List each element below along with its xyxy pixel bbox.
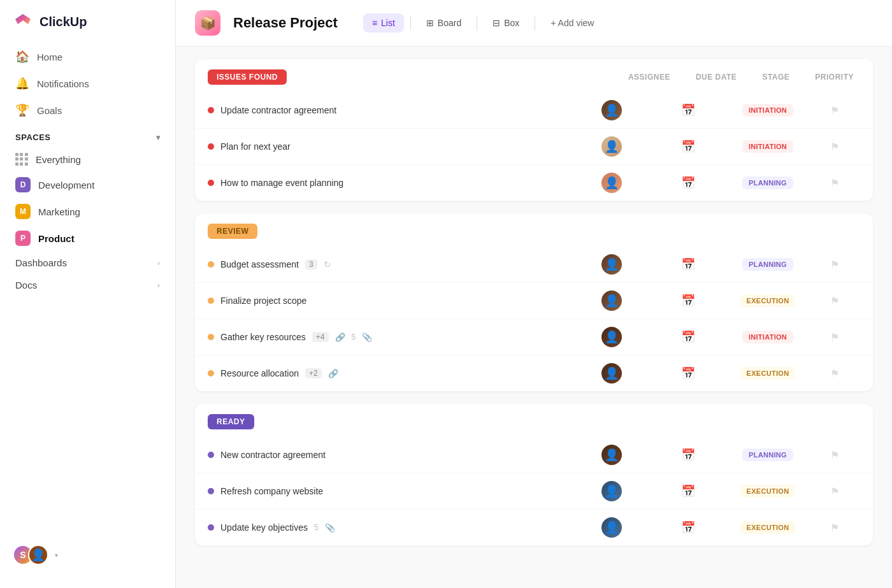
task-name: New contractor agreement <box>208 450 573 460</box>
add-view-button[interactable]: + Add view <box>542 13 603 32</box>
marketing-badge: M <box>15 204 31 219</box>
attachment-icon: 📎 <box>325 523 335 533</box>
tab-list[interactable]: ≡ List <box>363 13 404 32</box>
task-name: Budget assessment 3 ↻ <box>208 259 573 269</box>
avatar: 👤 <box>601 445 622 465</box>
priority-cell[interactable]: ⚑ <box>809 522 860 534</box>
task-label: Update contractor agreement <box>220 105 336 115</box>
task-row[interactable]: Budget assessment 3 ↻ 👤 📅 PLANNING ⚑ <box>195 247 873 283</box>
task-row[interactable]: Refresh company website 👤 📅 EXECUTION ⚑ <box>195 473 873 510</box>
main-nav: 🏠 Home 🔔 Notifications 🏆 Goals <box>0 43 175 124</box>
docs-arrow-icon: › <box>157 281 160 290</box>
task-row[interactable]: Plan for next year 👤 📅 INITIATION ⚑ <box>195 129 873 165</box>
priority-cell[interactable]: ⚑ <box>809 449 860 461</box>
sidebar-item-home[interactable]: 🏠 Home <box>8 43 168 70</box>
priority-cell[interactable]: ⚑ <box>809 331 860 343</box>
task-row[interactable]: Update contractor agreement 👤 📅 INITIATI… <box>195 92 873 129</box>
app-name: ClickUp <box>40 15 87 29</box>
task-dot-yellow <box>208 334 214 340</box>
stage-cell: EXECUTION <box>726 521 809 534</box>
sidebar-item-notifications[interactable]: 🔔 Notifications <box>8 70 168 97</box>
due-date-cell[interactable]: 📅 <box>650 140 726 154</box>
priority-cell[interactable]: ⚑ <box>809 485 860 498</box>
sidebar-item-goals[interactable]: 🏆 Goals <box>8 97 168 124</box>
board-label: Board <box>438 18 461 28</box>
calendar-icon: 📅 <box>681 448 695 462</box>
issues-found-header: ISSUES FOUND ASSIGNEE DUE DATE STAGE PRI… <box>195 59 873 92</box>
task-dot-yellow <box>208 298 214 304</box>
sidebar-item-development[interactable]: D Development <box>0 171 175 198</box>
due-date-cell[interactable]: 📅 <box>650 176 726 190</box>
goals-label: Goals <box>37 105 62 116</box>
calendar-icon: 📅 <box>681 103 695 117</box>
due-date-cell[interactable]: 📅 <box>650 484 726 498</box>
sidebar-item-everything[interactable]: Everything <box>0 147 175 171</box>
task-count: 3 <box>305 259 317 269</box>
task-row[interactable]: How to manage event planning 👤 📅 PLANNIN… <box>195 165 873 201</box>
task-label: Plan for next year <box>220 141 291 152</box>
user-dropdown-icon[interactable]: ▾ <box>55 552 58 559</box>
assignee-cell: 👤 <box>573 327 650 347</box>
due-date-cell[interactable]: 📅 <box>650 520 726 534</box>
tab-box[interactable]: ⊟ Box <box>484 13 528 32</box>
priority-cell[interactable]: ⚑ <box>809 177 860 189</box>
plus-count: +4 <box>312 332 329 342</box>
due-date-cell[interactable]: 📅 <box>650 103 726 117</box>
due-date-cell[interactable]: 📅 <box>650 366 726 380</box>
task-row[interactable]: Gather key resources +4 🔗 5 📎 👤 📅 INITIA… <box>195 319 873 355</box>
sidebar-item-docs[interactable]: Docs › <box>0 274 175 296</box>
dashboards-arrow-icon: › <box>157 259 160 268</box>
flag-icon: ⚑ <box>830 485 839 498</box>
notifications-label: Notifications <box>37 78 89 89</box>
due-date-cell[interactable]: 📅 <box>650 257 726 271</box>
tab-divider-1 <box>410 15 411 31</box>
task-row[interactable]: Resource allocation +2 🔗 👤 📅 EXECUTION ⚑ <box>195 355 873 391</box>
task-row[interactable]: New contractor agreement 👤 📅 PLANNING ⚑ <box>195 437 873 473</box>
box-label: Box <box>504 18 519 28</box>
sidebar-item-dashboards[interactable]: Dashboards › <box>0 252 175 274</box>
avatar: 👤 <box>601 173 622 193</box>
calendar-icon: 📅 <box>681 484 695 498</box>
priority-cell[interactable]: ⚑ <box>809 259 860 271</box>
task-name: Finalize project scope <box>208 296 573 306</box>
project-icon: 📦 <box>195 10 220 36</box>
calendar-icon: 📅 <box>681 140 695 154</box>
task-row[interactable]: Finalize project scope 👤 📅 EXECUTION ⚑ <box>195 283 873 319</box>
bell-icon: 🔔 <box>15 76 29 90</box>
task-label: Finalize project scope <box>220 296 306 306</box>
issues-found-badge: ISSUES FOUND <box>208 69 287 85</box>
task-name: Update key objectives 5 📎 <box>208 522 573 533</box>
task-row[interactable]: Update key objectives 5 📎 👤 📅 EXECUTION … <box>195 510 873 545</box>
spaces-chevron-icon[interactable]: ▾ <box>156 133 161 142</box>
product-label: Product <box>38 233 75 244</box>
priority-cell[interactable]: ⚑ <box>809 295 860 307</box>
assignee-cell: 👤 <box>573 136 650 157</box>
calendar-icon: 📅 <box>681 257 695 271</box>
clickup-logo-icon <box>13 11 33 32</box>
due-date-cell[interactable]: 📅 <box>650 294 726 308</box>
flag-icon: ⚑ <box>830 177 839 189</box>
priority-cell[interactable]: ⚑ <box>809 368 860 380</box>
group-issues-found: ISSUES FOUND ASSIGNEE DUE DATE STAGE PRI… <box>195 59 873 201</box>
assignee-cell: 👤 <box>573 363 650 384</box>
avatar: 👤 <box>601 290 622 311</box>
trophy-icon: 🏆 <box>15 103 29 117</box>
assignee-cell: 👤 <box>573 481 650 501</box>
avatar-2: 👤 <box>28 545 48 565</box>
assignee-cell: 👤 <box>573 445 650 465</box>
avatar: 👤 <box>601 136 622 157</box>
flag-icon: ⚑ <box>830 104 839 117</box>
due-date-cell[interactable]: 📅 <box>650 448 726 462</box>
docs-label: Docs <box>15 280 37 290</box>
due-date-cell[interactable]: 📅 <box>650 330 726 344</box>
tab-board[interactable]: ⊞ Board <box>417 13 470 32</box>
sidebar-item-marketing[interactable]: M Marketing <box>0 198 175 225</box>
task-name: Plan for next year <box>208 141 573 152</box>
priority-cell[interactable]: ⚑ <box>809 141 860 153</box>
priority-cell[interactable]: ⚑ <box>809 104 860 117</box>
stage-badge: EXECUTION <box>740 367 796 380</box>
flag-icon: ⚑ <box>830 449 839 461</box>
review-header: REVIEW <box>195 213 873 247</box>
logo: ClickUp <box>0 0 175 43</box>
sidebar-item-product[interactable]: P Product <box>0 225 175 252</box>
